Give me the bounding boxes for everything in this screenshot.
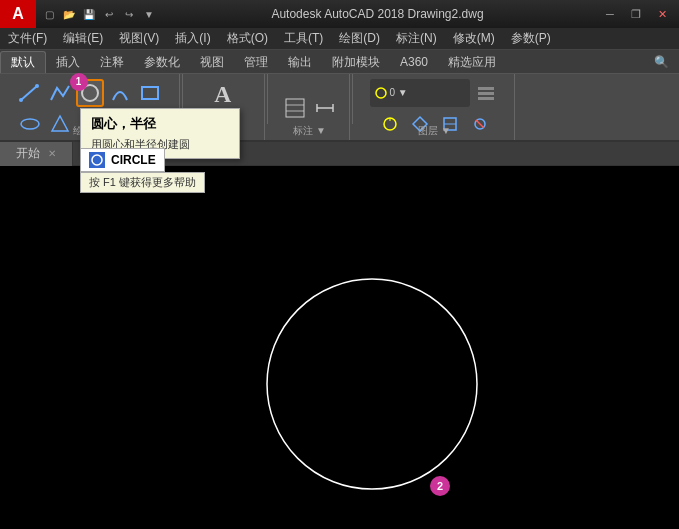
svg-rect-10 — [286, 99, 304, 117]
close-button[interactable]: ✕ — [649, 4, 675, 24]
tab-featured[interactable]: 精选应用 — [438, 51, 506, 73]
line-tool-button[interactable] — [16, 79, 44, 107]
ribbon-group-dim: 标注 ▼ — [270, 74, 350, 140]
svg-text:A: A — [214, 81, 231, 107]
undo-button[interactable]: ↩ — [100, 5, 118, 23]
circle-hint-icon — [89, 152, 105, 168]
drawing-tab-start[interactable]: 开始 ✕ — [0, 142, 73, 166]
restore-button[interactable]: ❐ — [623, 4, 649, 24]
tab-output[interactable]: 输出 — [278, 51, 322, 73]
menu-format[interactable]: 格式(O) — [219, 28, 276, 50]
tab-start-close[interactable]: ✕ — [48, 148, 56, 159]
menu-modify[interactable]: 修改(M) — [445, 28, 503, 50]
layer-dropdown[interactable]: 0 ▼ — [370, 79, 470, 107]
menu-view[interactable]: 视图(V) — [111, 28, 167, 50]
svg-point-1 — [19, 98, 23, 102]
step-badge-2: 2 — [430, 476, 450, 496]
svg-rect-19 — [478, 97, 494, 100]
menu-file[interactable]: 文件(F) — [0, 28, 55, 50]
dim-group-label: 标注 ▼ — [270, 124, 349, 138]
menu-dimension[interactable]: 标注(N) — [388, 28, 445, 50]
svg-point-2 — [35, 84, 39, 88]
drawing-circle — [262, 274, 522, 517]
quick-toolbar: ▢ 📂 💾 ↩ ↪ ▼ — [40, 5, 158, 23]
svg-rect-17 — [478, 87, 494, 90]
save-button[interactable]: 💾 — [80, 5, 98, 23]
new-button[interactable]: ▢ — [40, 5, 58, 23]
tab-manage[interactable]: 管理 — [234, 51, 278, 73]
tab-annotation[interactable]: 注释 — [90, 51, 134, 73]
tab-addins[interactable]: 附加模块 — [322, 51, 390, 73]
tab-search[interactable]: 🔍 — [644, 51, 679, 73]
tab-a360[interactable]: A360 — [390, 51, 438, 73]
layer-tools: 0 ▼ — [370, 78, 500, 107]
step-badge-1: 1 — [70, 73, 88, 91]
menu-tools[interactable]: 工具(T) — [276, 28, 331, 50]
layers-group-label: 图层 ▼ — [355, 124, 514, 138]
svg-point-16 — [376, 88, 386, 98]
redo-button[interactable]: ↪ — [120, 5, 138, 23]
tab-insert[interactable]: 插入 — [46, 51, 90, 73]
circle-command-hint: CIRCLE — [80, 148, 165, 172]
f1-hint: 按 F1 键获得更多帮助 — [80, 172, 205, 193]
draw-tools-row1: 1 — [16, 78, 164, 107]
svg-point-26 — [92, 155, 102, 165]
arc-tool-button[interactable] — [106, 79, 134, 107]
svg-line-0 — [21, 86, 37, 100]
svg-rect-18 — [478, 92, 494, 95]
tab-start-label: 开始 — [16, 145, 40, 162]
svg-point-27 — [267, 279, 477, 489]
tab-default[interactable]: 默认 — [0, 51, 46, 73]
ribbon-tabs: 默认 插入 注释 参数化 视图 管理 输出 附加模块 A360 精选应用 🔍 — [0, 50, 679, 74]
circle-tool-button[interactable]: 1 — [76, 79, 104, 107]
menu-edit[interactable]: 编辑(E) — [55, 28, 111, 50]
open-button[interactable]: 📂 — [60, 5, 78, 23]
separator2 — [267, 74, 268, 124]
f1-hint-text: 按 F1 键获得更多帮助 — [89, 176, 196, 188]
minimize-button[interactable]: ─ — [597, 4, 623, 24]
more-button[interactable]: ▼ — [140, 5, 158, 23]
window-title: Autodesk AutoCAD 2018 Drawing2.dwg — [158, 7, 597, 21]
menu-draw[interactable]: 绘图(D) — [331, 28, 388, 50]
tab-parametric[interactable]: 参数化 — [134, 51, 190, 73]
tab-view[interactable]: 视图 — [190, 51, 234, 73]
hatch-button[interactable] — [281, 94, 309, 122]
canvas-area[interactable]: 2 — [0, 166, 679, 527]
layer-manager-button[interactable] — [472, 79, 500, 107]
titlebar: A ▢ 📂 💾 ↩ ↪ ▼ Autodesk AutoCAD 2018 Draw… — [0, 0, 679, 28]
svg-rect-4 — [142, 87, 158, 99]
menu-insert[interactable]: 插入(I) — [167, 28, 218, 50]
tooltip-title: 圆心，半径 — [91, 115, 229, 133]
separator3 — [352, 74, 353, 124]
menubar: 文件(F) 编辑(E) 视图(V) 插入(I) 格式(O) 工具(T) 绘图(D… — [0, 28, 679, 50]
dim-button[interactable] — [311, 94, 339, 122]
window-controls: ─ ❐ ✕ — [597, 4, 675, 24]
autocad-logo: A — [0, 0, 36, 28]
menu-parameters[interactable]: 参数(P) — [503, 28, 559, 50]
rectangle-tool-button[interactable] — [136, 79, 164, 107]
ribbon-group-layers: 0 ▼ — [355, 74, 515, 140]
circle-hint-text: CIRCLE — [111, 153, 156, 167]
